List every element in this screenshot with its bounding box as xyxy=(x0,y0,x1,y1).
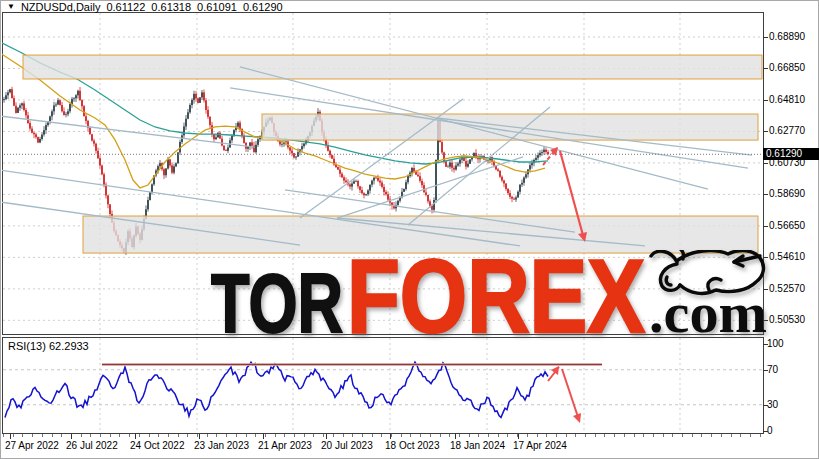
current-price-tag: 0.61290 xyxy=(763,148,819,160)
price-axis-label: 0.56650 xyxy=(769,220,805,231)
axis-tick xyxy=(763,131,768,132)
axis-tick xyxy=(763,431,768,432)
chart-title-bar: ▼ NZDUSDd,Daily 0.61122 0.61318 0.61091 … xyxy=(7,1,283,12)
date-axis-label: 27 Apr 2022 xyxy=(5,440,59,451)
logo-text-tor: TOR xyxy=(211,256,343,336)
axis-tick xyxy=(763,68,768,69)
axis-tick xyxy=(326,434,327,439)
axis-tick xyxy=(71,434,72,439)
axis-tick xyxy=(390,434,391,439)
date-axis-label: 24 Oct 2022 xyxy=(130,440,184,451)
date-axis-label: 23 Jan 2023 xyxy=(194,440,249,451)
price-axis-label: 0.58690 xyxy=(769,188,805,199)
logo-text-forex: FOREX xyxy=(347,250,645,336)
axis-tick xyxy=(763,370,768,371)
axis-tick xyxy=(455,434,456,439)
symbol-dropdown-icon[interactable]: ▼ xyxy=(7,3,15,11)
axis-tick xyxy=(763,100,768,101)
rsi-caption: RSI(13) 62.2933 xyxy=(8,340,89,352)
rsi-axis-label: 70 xyxy=(767,364,778,375)
price-axis-label: 0.66850 xyxy=(769,62,805,73)
axis-tick xyxy=(763,344,768,345)
axis-tick xyxy=(518,434,519,439)
rsi-value-label: 62.2933 xyxy=(49,340,89,352)
date-axis-label: 21 Apr 2023 xyxy=(258,440,312,451)
axis-tick xyxy=(763,226,768,227)
price-axis-label: 0.64810 xyxy=(769,94,805,105)
rsi-name-label: RSI(13) xyxy=(8,340,46,352)
rsi-axis-label: 30 xyxy=(767,399,778,410)
ohlc-close: 0.61290 xyxy=(243,1,283,13)
date-axis-label: 20 Jul 2023 xyxy=(321,440,373,451)
axis-tick xyxy=(763,405,768,406)
axis-tick xyxy=(763,37,768,38)
ohlc-low: 0.61091 xyxy=(197,1,237,13)
ohlc-high: 0.61318 xyxy=(151,1,191,13)
axis-tick xyxy=(199,434,200,439)
ohlc-open: 0.61122 xyxy=(106,1,145,13)
date-axis-label: 18 Jan 2024 xyxy=(450,440,505,451)
price-axis-label: 0.62770 xyxy=(769,125,805,136)
date-axis-label: 18 Oct 2023 xyxy=(385,440,439,451)
time-axis-minor-ticks xyxy=(3,434,761,437)
axis-tick xyxy=(763,194,768,195)
axis-tick xyxy=(135,434,136,439)
date-axis-label: 17 Apr 2024 xyxy=(513,440,567,451)
axis-tick xyxy=(763,163,768,164)
axis-tick xyxy=(263,434,264,439)
date-axis-label: 26 Jul 2022 xyxy=(66,440,118,451)
axis-tick xyxy=(10,434,11,439)
torforex-watermark-logo: TOR FOREX .com xyxy=(211,250,777,336)
rsi-axis-label: 100 xyxy=(767,338,784,349)
symbol-timeframe-label[interactable]: NZDUSDd,Daily xyxy=(21,1,100,13)
rsi-canvas[interactable] xyxy=(2,337,764,434)
price-axis-label: 0.68890 xyxy=(769,31,805,42)
